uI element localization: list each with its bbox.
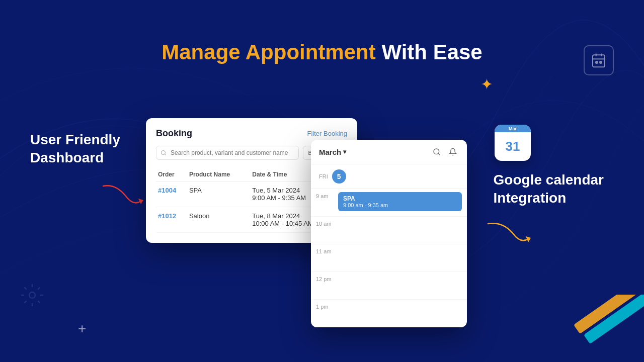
calendar-month: March ▾: [319, 148, 346, 156]
time-row: 9 am SPA 9:00 am - 9:35 am: [311, 189, 467, 217]
svg-point-10: [434, 149, 439, 154]
calendar-action-icons: [431, 146, 459, 158]
time-content: [336, 272, 467, 278]
time-row: 11 am: [311, 244, 467, 272]
search-input[interactable]: [156, 146, 299, 160]
left-line2: Dashboard: [30, 149, 120, 167]
left-section-text: User Friendly Dashboard: [30, 131, 120, 167]
corner-decoration: [533, 295, 644, 362]
heading-orange: Manage Appointment: [162, 40, 375, 64]
svg-marker-2: [138, 199, 143, 204]
calendar-notification-icon[interactable]: [447, 146, 459, 158]
svg-point-8: [600, 61, 602, 63]
calendar-card: March ▾ Fri 5 9 am SPA 9:00 am - 9:35 am…: [311, 140, 467, 327]
gear-icon-decoration: [20, 283, 44, 312]
plus-decoration: +: [78, 321, 86, 337]
svg-point-9: [29, 292, 35, 298]
time-label: 10 am: [311, 217, 336, 227]
product-cell: SPA: [187, 182, 250, 207]
time-slots-container: 9 am SPA 9:00 am - 9:35 am 10 am 11 am 1…: [311, 189, 467, 327]
time-label: 1 pm: [311, 300, 336, 310]
day-number-badge: 5: [332, 169, 346, 184]
gcal-month-label: Mar: [495, 125, 531, 132]
arrow-left-decoration: [101, 181, 146, 208]
right-line1: Google calendar: [494, 171, 604, 189]
star-decoration: ✦: [480, 75, 493, 93]
calendar-header: March ▾: [311, 140, 467, 164]
svg-point-7: [596, 61, 598, 63]
heading-white-part: With Ease: [381, 40, 482, 64]
col-order: Order: [156, 168, 187, 182]
time-row: 10 am: [311, 217, 467, 244]
time-label: 9 am: [311, 189, 336, 199]
chevron-down-icon: ▾: [343, 148, 346, 155]
booking-icon-decoration: [584, 45, 614, 75]
svg-rect-0: [574, 295, 644, 334]
order-link[interactable]: #1012: [158, 212, 176, 220]
right-line2: Integration: [494, 189, 604, 207]
col-product: Product Name: [187, 168, 250, 182]
spa-event: SPA 9:00 am - 9:35 am: [338, 192, 462, 211]
day-label: Fri: [319, 173, 328, 179]
time-row: 12 pm: [311, 272, 467, 300]
time-label: 11 am: [311, 244, 336, 254]
order-link[interactable]: #1004: [158, 187, 176, 194]
svg-rect-1: [584, 295, 644, 344]
time-content: [336, 300, 467, 306]
time-content: SPA 9:00 am - 9:35 am: [336, 189, 467, 214]
product-cell: Saloon: [187, 207, 250, 233]
calendar-day-header: Fri 5: [311, 164, 467, 189]
right-section-text: Google calendar Integration: [494, 171, 604, 208]
filter-booking-button[interactable]: Filter Booking: [307, 130, 347, 137]
left-line1: User Friendly: [30, 131, 120, 149]
time-content: [336, 217, 467, 223]
gcal-app-icon: Mar 31: [495, 125, 531, 161]
gcal-day-number: 31: [495, 132, 531, 161]
calendar-search-icon[interactable]: [431, 146, 443, 158]
booking-card-title: Booking: [156, 128, 192, 139]
arrow-right-decoration: [483, 216, 533, 248]
time-label: 12 pm: [311, 272, 336, 282]
time-row: 1 pm: [311, 300, 467, 327]
main-heading: Manage Appointment With Ease: [162, 40, 482, 64]
time-content: [336, 244, 467, 250]
svg-rect-3: [593, 55, 605, 67]
booking-card-header: Booking Filter Booking: [156, 128, 347, 139]
